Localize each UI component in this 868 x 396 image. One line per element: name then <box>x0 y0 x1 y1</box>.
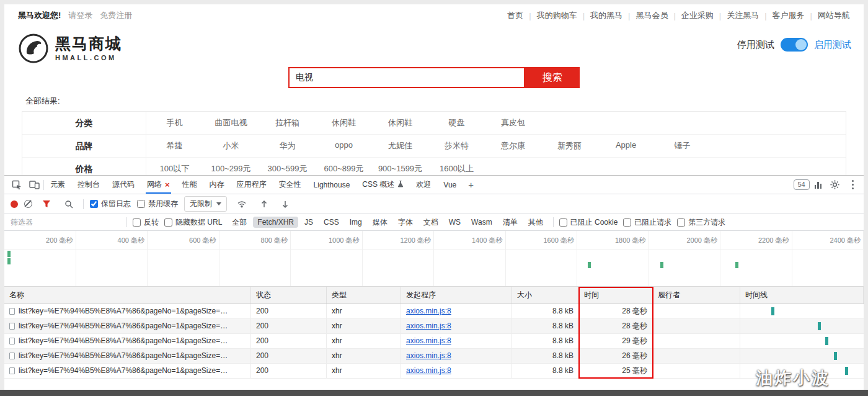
search-network-icon[interactable] <box>61 200 77 209</box>
request-type-filter[interactable]: WS <box>445 217 465 228</box>
filter-funnel-icon[interactable] <box>38 200 55 208</box>
blocked-cookies-checkbox[interactable] <box>559 218 567 227</box>
column-header[interactable]: 时间线 <box>740 287 864 304</box>
search-input[interactable] <box>288 67 525 88</box>
request-initiator-link[interactable]: axios.min.js:8 <box>406 307 451 315</box>
filter-option[interactable]: 新秀丽 <box>541 140 598 151</box>
network-conditions-icon[interactable] <box>233 200 250 208</box>
devtools-tab[interactable]: Lighthouse <box>308 176 356 194</box>
column-header[interactable]: 发起程序 <box>401 287 512 304</box>
filter-option[interactable]: 休闲鞋 <box>316 117 372 128</box>
filter-option[interactable]: 锤子 <box>654 140 711 151</box>
devtools-tab[interactable]: Vue <box>437 176 463 194</box>
record-network-log-button[interactable] <box>11 200 18 208</box>
topbar-nav-link[interactable]: 我的黑马 <box>590 10 622 21</box>
devtools-tab[interactable]: 源代码 <box>106 176 141 194</box>
filter-option[interactable]: 希捷 <box>146 140 203 151</box>
request-type-filter[interactable]: 字体 <box>394 216 417 229</box>
column-header[interactable]: 履行者 <box>653 287 740 304</box>
search-button[interactable]: 搜索 <box>525 67 580 88</box>
disable-cache-checkbox[interactable] <box>137 200 145 208</box>
preserve-log-checkbox[interactable] <box>90 200 98 208</box>
filter-option[interactable]: 100以下 <box>146 163 203 174</box>
column-header[interactable]: 时间 <box>579 287 653 304</box>
filter-option[interactable]: 1600以上 <box>428 163 485 174</box>
filter-option[interactable]: 600~899元 <box>316 163 372 174</box>
settings-gear-icon[interactable] <box>826 180 843 189</box>
request-type-filter[interactable]: 其他 <box>524 216 547 229</box>
filter-option[interactable]: 100~299元 <box>203 163 259 174</box>
request-type-filter[interactable]: Wasm <box>467 217 497 228</box>
devtools-tab[interactable]: 控制台 <box>71 176 106 194</box>
filter-option[interactable]: 真皮包 <box>485 117 541 128</box>
throttling-select[interactable]: 无限制 <box>184 196 227 212</box>
devtools-tab[interactable]: 网络× <box>141 176 176 194</box>
request-row[interactable]: list?key=%E7%94%B5%E8%A7%86&pageNo=1&pag… <box>4 349 864 364</box>
register-link[interactable]: 免费注册 <box>100 10 132 21</box>
devtools-tab[interactable]: 性能 <box>176 176 203 194</box>
filter-option[interactable]: 尤妮佳 <box>372 140 428 151</box>
topbar-nav-link[interactable]: 黑马会员 <box>636 10 668 21</box>
filter-option[interactable]: 莎米特 <box>428 140 485 151</box>
request-type-filter[interactable]: Img <box>345 217 366 228</box>
filter-option[interactable]: 华为 <box>259 140 316 151</box>
devtools-tab[interactable]: 安全性 <box>273 176 308 194</box>
blocked-requests-checkbox[interactable] <box>623 218 631 227</box>
import-har-icon[interactable] <box>257 200 272 209</box>
topbar-nav-link[interactable]: 网站导航 <box>818 10 850 21</box>
topbar-nav-link[interactable]: 企业采购 <box>681 10 714 21</box>
more-menu-icon[interactable] <box>848 179 857 190</box>
console-messages-badge[interactable]: 54 <box>794 179 810 190</box>
request-initiator-link[interactable]: axios.min.js:8 <box>406 336 451 345</box>
shop-logo[interactable]: 黑马商城 HMALL.COM <box>18 33 122 64</box>
performance-monitor-icon[interactable] <box>815 181 822 189</box>
column-header[interactable]: 大小 <box>512 287 579 304</box>
topbar-nav-link[interactable]: 我的购物车 <box>537 10 577 21</box>
filter-option[interactable]: 曲面电视 <box>203 117 259 128</box>
devtools-tab[interactable]: 欢迎 <box>410 176 437 194</box>
filter-option[interactable]: 900~1599元 <box>372 163 428 174</box>
clear-network-log-icon[interactable] <box>24 200 32 208</box>
third-party-checkbox[interactable] <box>677 218 685 227</box>
devtools-tab[interactable]: 元素 <box>44 176 71 194</box>
device-toolbar-icon[interactable] <box>25 180 43 189</box>
devtools-tab[interactable]: 内存 <box>203 176 231 194</box>
topbar-nav-link[interactable]: 关注黑马 <box>727 10 759 21</box>
hide-data-urls-checkbox[interactable] <box>164 218 172 227</box>
topbar-nav-link[interactable]: 首页 <box>507 10 523 21</box>
request-row[interactable]: list?key=%E7%94%B5%E8%A7%86&pageNo=1&pag… <box>4 334 864 349</box>
request-type-filter[interactable]: 清单 <box>498 216 522 229</box>
network-filter-input[interactable] <box>11 218 121 227</box>
tab-close-icon[interactable]: × <box>165 180 170 189</box>
request-type-filter[interactable]: 文档 <box>419 216 443 229</box>
request-row[interactable]: list?key=%E7%94%B5%E8%A7%86&pageNo=1&pag… <box>4 319 864 334</box>
request-initiator-link[interactable]: axios.min.js:8 <box>406 366 451 375</box>
add-tab-button[interactable]: + <box>463 176 479 194</box>
test-toggle-switch[interactable] <box>781 38 808 52</box>
filter-option[interactable]: 300~599元 <box>259 163 316 174</box>
filter-option[interactable]: 手机 <box>146 117 203 128</box>
filter-option[interactable]: 休闲鞋 <box>372 117 428 128</box>
request-type-filter[interactable]: 媒体 <box>368 216 392 229</box>
devtools-tab[interactable]: CSS 概述 <box>356 176 410 194</box>
invert-checkbox[interactable] <box>133 218 141 227</box>
topbar-nav-link[interactable]: 客户服务 <box>773 10 805 21</box>
filter-option[interactable]: oppo <box>316 140 372 151</box>
filter-option[interactable]: 意尔康 <box>485 140 541 151</box>
request-initiator-link[interactable]: axios.min.js:8 <box>406 351 451 360</box>
request-type-filter[interactable]: JS <box>300 217 317 228</box>
request-initiator-link[interactable]: axios.min.js:8 <box>406 322 451 330</box>
filter-option[interactable]: 小米 <box>203 140 259 151</box>
filter-option[interactable]: 拉杆箱 <box>259 117 316 128</box>
request-type-filter[interactable]: 全部 <box>228 216 251 229</box>
request-row[interactable]: list?key=%E7%94%B5%E8%A7%86&pageNo=1&pag… <box>4 304 864 319</box>
inspect-element-icon[interactable] <box>8 180 25 190</box>
request-type-filter[interactable]: CSS <box>319 217 343 228</box>
export-har-icon[interactable] <box>278 200 293 209</box>
filter-option[interactable]: Apple <box>598 140 654 151</box>
column-header[interactable]: 类型 <box>327 287 401 304</box>
filter-option[interactable]: 硬盘 <box>428 117 485 128</box>
login-link[interactable]: 请登录 <box>68 10 92 21</box>
column-header[interactable]: 状态 <box>251 287 327 304</box>
request-type-filter[interactable]: Fetch/XHR <box>253 217 298 228</box>
